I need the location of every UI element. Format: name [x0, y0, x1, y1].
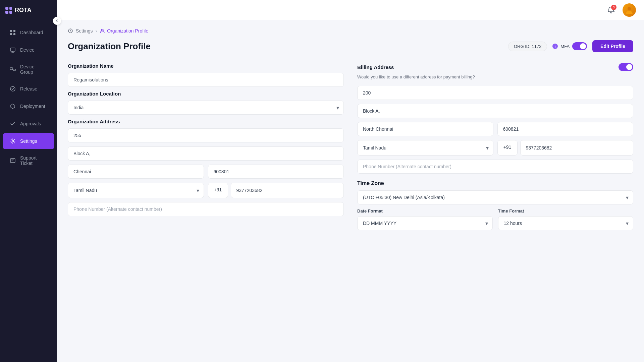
- page-title: Organization Profile: [68, 41, 151, 52]
- sidebar-nav: Dashboard Device Device Group Release: [0, 20, 57, 362]
- time-format-select-wrapper: 12 hours: [498, 216, 634, 230]
- org-id-value: 1172: [532, 44, 541, 49]
- sidebar-item-dashboard[interactable]: Dashboard: [3, 24, 54, 41]
- svg-point-10: [628, 7, 631, 10]
- org-address-label: Organization Address: [68, 119, 344, 124]
- breadcrumb-separator: ›: [96, 28, 97, 34]
- billing-phone-input[interactable]: [520, 140, 634, 156]
- org-location-label: Organization Location: [68, 91, 344, 97]
- date-format-select[interactable]: DD MMM YYYY: [357, 216, 493, 230]
- org-city-input[interactable]: [68, 165, 204, 179]
- notification-bell[interactable]: 3: [605, 4, 617, 16]
- billing-line1[interactable]: [357, 86, 633, 100]
- org-profile-icon: [100, 28, 105, 34]
- breadcrumb-current: Organization Profile: [100, 28, 148, 34]
- settings-breadcrumb-icon: [68, 28, 73, 34]
- time-format-select[interactable]: 12 hours: [498, 216, 634, 230]
- org-phone-input[interactable]: [231, 183, 344, 198]
- svg-rect-4: [10, 48, 15, 51]
- approvals-icon: [9, 120, 16, 127]
- timezone-select-wrapper: (UTC +05:30) New Delhi (Asia/Kolkata): [357, 190, 633, 204]
- mfa-info-icon: i: [552, 44, 558, 49]
- org-phone-code: +91: [208, 183, 228, 198]
- billing-toggle[interactable]: [619, 63, 633, 71]
- page-header: Organization Profile ORG ID: 1172 i MFA …: [68, 40, 633, 52]
- org-name-input[interactable]: [68, 73, 344, 87]
- svg-rect-1: [13, 30, 15, 32]
- org-state-select-wrapper: Tamil Nadu: [68, 183, 204, 198]
- settings-label: Settings: [20, 138, 37, 144]
- date-format-label: Date Format: [357, 208, 493, 214]
- org-address-line2[interactable]: [68, 146, 344, 161]
- sidebar-item-device-group[interactable]: Device Group: [3, 59, 54, 79]
- billing-description: Would you like to use a different addres…: [357, 74, 633, 80]
- page-content: Settings › Organization Profile Organiza…: [57, 20, 644, 362]
- format-grid: Date Format DD MMM YYYY Time Format 12 h…: [357, 208, 633, 234]
- timezone-section-title: Time Zone: [357, 180, 633, 186]
- org-phone-alt-input[interactable]: [68, 202, 344, 216]
- billing-state-select[interactable]: Tamil Nadu: [357, 140, 493, 156]
- billing-form-section: Billing Address Would you like to use a …: [357, 63, 633, 234]
- org-pincode-input[interactable]: [208, 165, 344, 179]
- sidebar-item-release[interactable]: Release: [3, 81, 54, 97]
- billing-phone-alt-input[interactable]: [357, 160, 633, 174]
- breadcrumb-parent: Settings: [76, 28, 93, 34]
- sidebar-item-approvals[interactable]: Approvals: [3, 116, 54, 132]
- support-label: Support Ticket: [20, 155, 48, 166]
- svg-rect-9: [10, 159, 15, 163]
- org-id-badge: ORG ID: 1172: [508, 42, 547, 51]
- svg-rect-6: [13, 69, 15, 71]
- billing-pincode-input[interactable]: [497, 122, 634, 136]
- support-icon: [9, 157, 16, 164]
- billing-state-phone-row: Tamil Nadu +91: [357, 140, 633, 156]
- form-grid: Organization Name Organization Location …: [68, 63, 633, 234]
- org-phone-container: +91: [208, 183, 344, 198]
- device-group-label: Device Group: [20, 64, 48, 75]
- deployment-label: Deployment: [20, 104, 45, 109]
- sidebar-item-deployment[interactable]: Deployment: [3, 98, 54, 114]
- mfa-container: i MFA: [552, 42, 587, 50]
- timezone-select[interactable]: (UTC +05:30) New Delhi (Asia/Kolkata): [357, 190, 633, 204]
- billing-line2[interactable]: [357, 104, 633, 118]
- sidebar-collapse-button[interactable]: [53, 17, 61, 25]
- billing-state-select-wrapper: Tamil Nadu: [357, 140, 493, 156]
- device-group-icon: [9, 66, 16, 73]
- sidebar-item-device[interactable]: Device: [3, 42, 54, 58]
- main-area: 3 Settings › Organization Profile Organi…: [57, 0, 644, 362]
- topbar: 3: [57, 0, 644, 20]
- date-format-select-wrapper: DD MMM YYYY: [357, 216, 493, 230]
- app-name: ROTA: [15, 7, 32, 14]
- release-label: Release: [20, 86, 37, 92]
- edit-profile-button[interactable]: Edit Profile: [592, 40, 633, 52]
- sidebar-item-support[interactable]: Support Ticket: [3, 150, 54, 171]
- device-icon: [9, 47, 16, 53]
- time-format-label: Time Format: [498, 208, 634, 214]
- org-form-section: Organization Name Organization Location …: [68, 63, 344, 234]
- org-location-select[interactable]: India: [68, 101, 344, 115]
- billing-header: Billing Address: [357, 63, 633, 71]
- svg-point-8: [12, 140, 14, 142]
- header-actions: ORG ID: 1172 i MFA Edit Profile: [508, 40, 633, 52]
- user-avatar[interactable]: [623, 3, 636, 17]
- release-icon: [9, 85, 16, 92]
- approvals-label: Approvals: [20, 121, 41, 126]
- org-name-label: Organization Name: [68, 63, 344, 69]
- svg-rect-3: [13, 33, 15, 35]
- mfa-toggle[interactable]: [572, 42, 587, 50]
- org-city-pincode-row: [68, 165, 344, 183]
- sidebar-item-settings[interactable]: Settings: [3, 133, 54, 149]
- sidebar: ROTA Dashboard Device Device Group: [0, 0, 57, 362]
- billing-phone-code: +91: [497, 140, 518, 156]
- dashboard-label: Dashboard: [20, 30, 43, 35]
- svg-rect-0: [10, 30, 12, 32]
- org-state-phone-row: Tamil Nadu +91: [68, 183, 344, 198]
- device-label: Device: [20, 47, 35, 53]
- org-state-select[interactable]: Tamil Nadu: [68, 183, 204, 198]
- app-logo: ROTA: [0, 0, 57, 20]
- svg-rect-2: [10, 33, 12, 35]
- org-address-line1[interactable]: [68, 128, 344, 142]
- logo-icon: [5, 7, 12, 14]
- dashboard-icon: [9, 29, 16, 36]
- billing-city-input[interactable]: [357, 122, 493, 136]
- org-location-select-wrapper: India: [68, 101, 344, 115]
